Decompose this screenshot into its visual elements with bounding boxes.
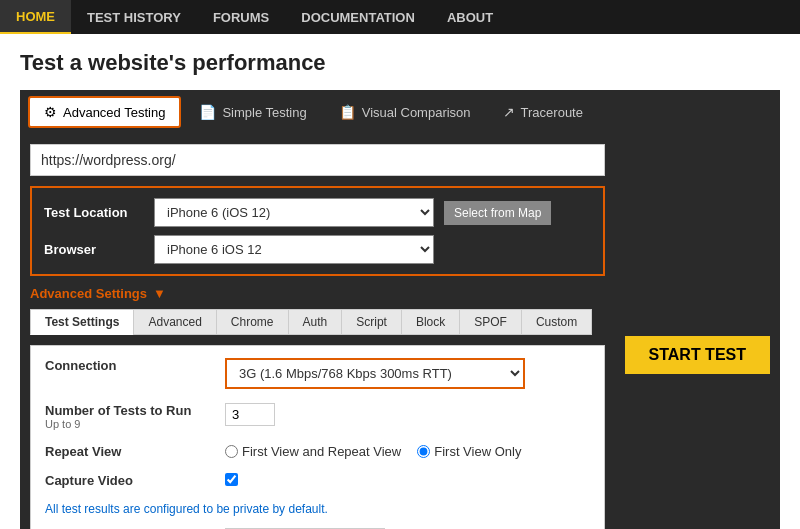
settings-panel: Connection 3G (1.6 Mbps/768 Kbps 300ms R…	[30, 345, 605, 529]
browser-label: Browser	[44, 242, 144, 257]
connection-label: Connection	[45, 358, 205, 373]
inner-tab-chrome[interactable]: Chrome	[216, 309, 288, 335]
location-label: Test Location	[44, 205, 144, 220]
capture-video-control	[225, 473, 590, 486]
page-title: Test a website's performance	[20, 50, 780, 76]
location-browser-box: Test Location iPhone 6 (iOS 12) Select f…	[30, 186, 605, 276]
visual-comparison-icon: 📋	[339, 104, 356, 120]
top-nav: HOME TEST HISTORY FORUMS DOCUMENTATION A…	[0, 0, 800, 34]
inner-tab-advanced[interactable]: Advanced	[133, 309, 215, 335]
browser-row: Browser iPhone 6 iOS 12	[44, 235, 591, 264]
tabs-row: ⚙ Advanced Testing 📄 Simple Testing 📋 Vi…	[20, 90, 780, 134]
repeat-view-radio2[interactable]	[417, 445, 430, 458]
connection-select[interactable]: 3G (1.6 Mbps/768 Kbps 300ms RTT)	[225, 358, 525, 389]
advanced-settings-label: Advanced Settings	[30, 286, 147, 301]
capture-video-row: Capture Video	[45, 473, 590, 488]
location-row: Test Location iPhone 6 (iOS 12) Select f…	[44, 198, 591, 227]
url-and-btn-row: Test Location iPhone 6 (iOS 12) Select f…	[30, 144, 770, 529]
private-note: All test results are configured to be pr…	[45, 502, 590, 516]
url-section: Test Location iPhone 6 (iOS 12) Select f…	[30, 144, 605, 529]
nav-forums[interactable]: FORUMS	[197, 0, 285, 34]
tab-traceroute[interactable]: ↗ Traceroute	[489, 98, 597, 126]
inner-tabs: Test Settings Advanced Chrome Auth Scrip…	[30, 309, 605, 335]
connection-row: Connection 3G (1.6 Mbps/768 Kbps 300ms R…	[45, 358, 590, 389]
num-tests-input[interactable]	[225, 403, 275, 426]
inner-tab-custom[interactable]: Custom	[521, 309, 592, 335]
url-input[interactable]	[30, 144, 605, 176]
tab-simple-testing[interactable]: 📄 Simple Testing	[185, 98, 320, 126]
repeat-view-option2[interactable]: First View Only	[417, 444, 521, 459]
simple-testing-icon: 📄	[199, 104, 216, 120]
repeat-view-option1[interactable]: First View and Repeat View	[225, 444, 401, 459]
num-tests-sublabel: Up to 9	[45, 418, 205, 430]
inner-tab-script[interactable]: Script	[341, 309, 401, 335]
inner-tab-block[interactable]: Block	[401, 309, 459, 335]
browser-select[interactable]: iPhone 6 iOS 12	[154, 235, 434, 264]
repeat-view-row: Repeat View First View and Repeat View F…	[45, 444, 590, 459]
nav-about[interactable]: ABOUT	[431, 0, 509, 34]
tab-advanced-testing[interactable]: ⚙ Advanced Testing	[28, 96, 181, 128]
inner-tab-test-settings[interactable]: Test Settings	[30, 309, 133, 335]
repeat-view-radio1[interactable]	[225, 445, 238, 458]
btn-section: START TEST	[625, 336, 770, 374]
repeat-view-control: First View and Repeat View First View On…	[225, 444, 590, 459]
url-row	[30, 144, 605, 176]
capture-video-label: Capture Video	[45, 473, 205, 488]
inner-tab-auth[interactable]: Auth	[288, 309, 342, 335]
repeat-view-label: Repeat View	[45, 444, 205, 459]
nav-test-history[interactable]: TEST HISTORY	[71, 0, 197, 34]
start-test-button[interactable]: START TEST	[625, 336, 770, 374]
select-from-map-button[interactable]: Select from Map	[444, 201, 551, 225]
location-select[interactable]: iPhone 6 (iOS 12)	[154, 198, 434, 227]
main-content: Test a website's performance ⚙ Advanced …	[0, 34, 800, 529]
chevron-down-icon: ▼	[153, 286, 166, 301]
num-tests-label: Number of Tests to Run Up to 9	[45, 403, 205, 430]
inner-tab-spof[interactable]: SPOF	[459, 309, 521, 335]
nav-home[interactable]: HOME	[0, 0, 71, 34]
nav-documentation[interactable]: DOCUMENTATION	[285, 0, 431, 34]
num-tests-row: Number of Tests to Run Up to 9	[45, 403, 590, 430]
capture-video-checkbox[interactable]	[225, 473, 238, 486]
advanced-settings-header[interactable]: Advanced Settings ▼	[30, 286, 605, 301]
advanced-testing-icon: ⚙	[44, 104, 57, 120]
tab-visual-comparison[interactable]: 📋 Visual Comparison	[325, 98, 485, 126]
traceroute-icon: ↗	[503, 104, 515, 120]
num-tests-control	[225, 403, 590, 426]
form-area: Test Location iPhone 6 (iOS 12) Select f…	[20, 134, 780, 529]
connection-control: 3G (1.6 Mbps/768 Kbps 300ms RTT)	[225, 358, 590, 389]
